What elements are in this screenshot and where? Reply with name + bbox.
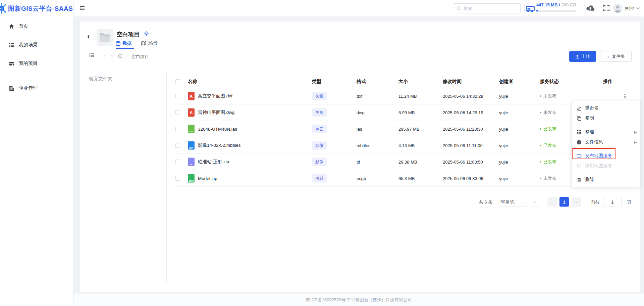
menu-item-organize[interactable]: 整理 ▶ (572, 127, 640, 137)
upload-button[interactable]: 上传 (569, 51, 596, 62)
status-dot (540, 128, 541, 130)
pagination: 共 6 条 50条/页 ‹ 1 › 前往 页 (80, 196, 632, 207)
table-row[interactable]: Las 32648-UTM48N.las 点云 las 295.97 MB 20… (174, 121, 632, 137)
goto-page-input[interactable] (603, 197, 622, 207)
copy-icon (577, 116, 582, 121)
table-row[interactable]: A 雷神山平面图.dwg 矢量 dwg 8.99 MB 2025-05-06 1… (174, 104, 632, 121)
table-row[interactable]: A 某立交平面图.dxf 矢量 dxf 11.24 MB 2025-05-06 … (174, 88, 632, 104)
file-size: 295.97 MB (398, 127, 420, 132)
menu-item-label: 调用地图服务 (585, 163, 612, 169)
sidebar-item-scenes[interactable]: 我的场景 (0, 38, 74, 52)
file-name[interactable]: 影像14-02-52.mbtiles (198, 142, 241, 148)
table-row[interactable]: OSGB Model.zip 倾斜 osgb 65.3 MB 2025-05-0… (174, 170, 632, 187)
col-header-status: 服务状态 (540, 79, 559, 85)
tab-label: 场景 (148, 40, 158, 46)
database-icon (116, 41, 120, 46)
sidebar-item-home[interactable]: 首页 (0, 19, 74, 33)
menu-item-label: 整理 (585, 129, 594, 135)
nav-forward-icon[interactable]: › (111, 53, 113, 59)
file-size: 4.13 MB (398, 143, 415, 148)
gear-icon[interactable] (144, 31, 149, 37)
table-row[interactable]: MBT 影像14-02-52.mbtiles 影像 mbtiles 4.13 M… (174, 137, 632, 154)
tab-scene[interactable]: 场景 (141, 40, 158, 46)
prev-page-button[interactable]: ‹ (547, 197, 557, 207)
back-button[interactable]: ‹ (87, 32, 95, 41)
creator: yujie (499, 94, 508, 99)
modified-time: 2025-05-06 11:23:30 (443, 127, 483, 132)
menu-item-label: 复制 (585, 115, 594, 121)
footer: 苏ICP备16002578号-7 中科图新（苏州）科技有限公司 (74, 294, 644, 306)
new-folder-button[interactable]: + 文件夹 (600, 51, 632, 62)
collapse-sidebar-icon[interactable] (79, 5, 86, 11)
row-checkbox[interactable] (175, 176, 180, 181)
modified-time: 2025-05-06 14:29:19 (443, 110, 483, 115)
status-dot (540, 95, 541, 97)
row-checkbox[interactable] (175, 110, 180, 115)
user-name[interactable]: yujie (625, 5, 634, 10)
col-header-action: 操作 (603, 79, 612, 85)
file-name[interactable]: 某立交平面图.dxf (198, 93, 232, 99)
search-input[interactable] (464, 6, 514, 11)
panel-divider (166, 71, 167, 283)
cloud-upload-icon[interactable] (586, 4, 595, 12)
more-actions-icon[interactable]: ⋮ (622, 93, 628, 99)
row-checkbox[interactable] (175, 127, 180, 131)
search-icon (457, 6, 461, 11)
file-name[interactable]: 临准站-正射.zip (198, 159, 229, 165)
topbar-divider (524, 4, 525, 12)
row-checkbox[interactable] (175, 143, 180, 148)
creator: yujie (499, 160, 508, 165)
page-size-select[interactable]: 50条/页 (497, 197, 540, 207)
col-header-modified: 修改时间 (443, 79, 462, 85)
breadcrumb[interactable]: 空白项目 (131, 54, 149, 60)
menu-item-copy[interactable]: 复制 (572, 113, 640, 123)
refresh-icon[interactable] (118, 53, 123, 58)
category-tag: 矢量 (312, 108, 327, 117)
current-page-button[interactable]: 1 (559, 197, 569, 207)
row-checkbox[interactable] (175, 94, 180, 98)
file-format-badge: TIF (188, 158, 195, 166)
user-avatar[interactable] (613, 4, 622, 13)
sidebar-item-projects[interactable]: 我的项目 (0, 57, 74, 70)
toolbar-divider (126, 53, 126, 59)
sidebar-item-enterprise[interactable]: 企业管理 (0, 82, 74, 95)
row-checkbox[interactable] (175, 160, 180, 164)
brand-name: 图新GIS云平台-SAAS (8, 4, 73, 13)
table-header: 名称 类型 格式 大小 修改时间 创建者 服务状态 操作 (174, 76, 632, 88)
file-name[interactable]: Model.zip (198, 176, 217, 181)
logo[interactable]: 图新GIS云平台-SAAS (0, 0, 73, 16)
folder-button-label: 文件夹 (612, 53, 625, 59)
project-thumbnail (97, 29, 113, 46)
chevron-down-icon[interactable] (636, 6, 640, 10)
search-box[interactable] (453, 3, 521, 13)
nav-back-icon[interactable]: ‹ (103, 53, 105, 59)
select-all-checkbox[interactable] (175, 79, 180, 84)
service-status: 未发布 (540, 93, 556, 99)
menu-item-delete[interactable]: 删除 (572, 175, 640, 185)
tab-data[interactable]: 数据 (116, 40, 132, 46)
app-root: 图新GIS云平台-SAAS 首页 我的场景 我的项目 企业管理 447.15 M… (0, 0, 644, 306)
plus-icon: + (607, 54, 610, 59)
creator: yujie (499, 110, 508, 115)
storage-total: 200 GB (561, 2, 576, 7)
storage-usage[interactable]: 447.15 MB / 200 GB (536, 2, 576, 7)
creator: yujie (499, 143, 508, 148)
menu-item-file-info[interactable]: 文件信息 ▶ (572, 137, 640, 147)
topbar-divider (580, 4, 580, 12)
menu-item-publish-map-service[interactable]: 发布地图服务 (572, 151, 640, 161)
next-page-button[interactable]: › (572, 197, 581, 207)
col-header-size: 大小 (398, 79, 408, 85)
storage-disk-icon (526, 4, 535, 12)
file-name[interactable]: 雷神山平面图.dwg (198, 110, 235, 116)
sidebar-item-label: 我的场景 (19, 42, 38, 48)
table-row[interactable]: TIF 临准站-正射.zip 影像 tif 29.38 MB 2025-05-0… (174, 154, 632, 170)
menu-item-rename[interactable]: 重命名 (572, 103, 640, 113)
status-dot (540, 145, 541, 146)
col-header-name[interactable]: 名称 (188, 79, 197, 85)
menu-item-label: 发布地图服务 (585, 153, 612, 159)
fullscreen-icon[interactable] (603, 5, 610, 11)
file-format-badge: OSGB (188, 174, 195, 183)
list-view-icon[interactable] (89, 52, 95, 58)
file-name[interactable]: 32648-UTM48N.las (198, 127, 237, 132)
col-header-creator: 创建者 (499, 79, 513, 85)
